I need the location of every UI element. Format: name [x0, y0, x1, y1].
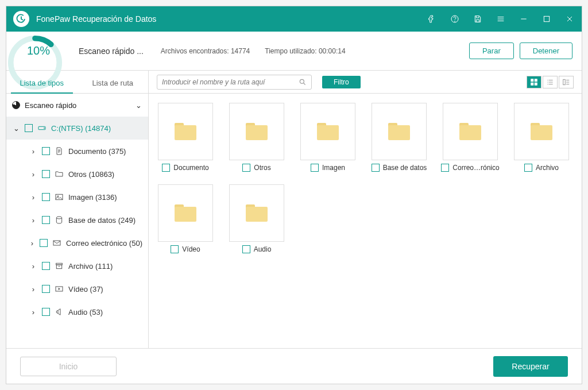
progress-percent: 10%: [16, 44, 61, 57]
grid-tile-video[interactable]: Vídeo: [158, 184, 213, 253]
tree-item-audio[interactable]: › Audio (53): [6, 300, 148, 323]
checkbox[interactable]: [171, 245, 179, 253]
menu-icon[interactable]: [496, 14, 506, 24]
svg-rect-17: [535, 83, 537, 85]
grid-tile-archivo[interactable]: Archivo: [514, 103, 569, 172]
tree-item-label: Documento (375): [68, 147, 126, 156]
checkbox[interactable]: [441, 164, 449, 172]
tree-item-label: Audio (53): [68, 308, 103, 316]
svg-rect-2: [544, 16, 549, 21]
maximize-icon[interactable]: [541, 14, 552, 24]
tree-item-archivo[interactable]: › Archivo (111): [6, 254, 148, 277]
grid-tile-basededatos[interactable]: Base de datos: [372, 103, 427, 172]
email-icon: [52, 238, 61, 248]
grid-tile-audio[interactable]: Audio: [229, 184, 284, 253]
folder-icon: [175, 123, 196, 140]
chevron-down-icon[interactable]: ⌄: [12, 124, 20, 133]
folder-icon: [388, 123, 410, 140]
search-input-wrapper[interactable]: [157, 75, 312, 90]
checkbox[interactable]: [162, 164, 170, 172]
pie-chart-icon: [12, 101, 20, 109]
filter-button[interactable]: Filtro: [322, 76, 361, 88]
tree-item-correo[interactable]: › Correo electrónico (50): [6, 231, 148, 254]
close-icon[interactable]: [564, 14, 575, 24]
checkbox[interactable]: [42, 193, 50, 201]
view-list-button[interactable]: [543, 76, 558, 88]
tree-drive-row[interactable]: ⌄ C:(NTFS) (14874): [6, 117, 148, 140]
tree-item-label: Correo electrónico (50): [66, 239, 142, 248]
chevron-right-icon[interactable]: ›: [29, 239, 35, 248]
grid-tile-correo[interactable]: Correo…rónico: [443, 103, 498, 172]
home-button[interactable]: Inicio: [20, 357, 117, 376]
archive-icon: [55, 261, 64, 271]
tree-item-label: Otros (10863): [68, 170, 114, 179]
drive-icon: [37, 123, 47, 133]
checkbox[interactable]: [311, 164, 319, 172]
checkbox[interactable]: [242, 164, 250, 172]
grid-tile-documento[interactable]: Documento: [158, 103, 213, 172]
chevron-right-icon[interactable]: ›: [29, 147, 37, 156]
stop-button[interactable]: Detener: [520, 43, 572, 59]
chevron-down-icon[interactable]: ⌄: [134, 101, 142, 110]
app-title: FonePaw Recuperación de Datos: [36, 14, 427, 24]
checkbox[interactable]: [42, 262, 50, 270]
feedback-icon[interactable]: [450, 14, 460, 24]
search-icon: [299, 78, 307, 86]
view-grid-button[interactable]: [527, 76, 541, 88]
folder-icon: [531, 123, 552, 140]
folder-icon: [55, 169, 64, 179]
tree-scan-header[interactable]: Escaneo rápido ⌄: [6, 94, 148, 117]
checkbox[interactable]: [42, 308, 50, 316]
chevron-right-icon[interactable]: ›: [29, 262, 37, 271]
tile-label: Vídeo: [182, 245, 200, 253]
checkbox[interactable]: [524, 164, 532, 172]
files-found-label: Archivos encontrados: 14774: [161, 47, 250, 55]
tree-drive-label: C:(NTFS) (14874): [51, 124, 111, 133]
pause-button[interactable]: Parar: [469, 43, 514, 59]
tab-type-list[interactable]: Lista de tipos: [6, 79, 78, 93]
tile-label: Documento: [173, 164, 208, 172]
tree-item-documento[interactable]: › Documento (375): [6, 140, 148, 163]
svg-point-5: [44, 128, 44, 128]
svg-rect-18: [563, 79, 566, 84]
tile-label: Archivo: [536, 164, 559, 172]
checkbox[interactable]: [25, 124, 33, 132]
tree-item-otros[interactable]: › Otros (10863): [6, 163, 148, 186]
grid-tile-otros[interactable]: Otros: [229, 103, 284, 172]
chevron-right-icon[interactable]: ›: [29, 193, 37, 202]
facebook-icon[interactable]: [427, 14, 437, 24]
chevron-right-icon[interactable]: ›: [29, 216, 37, 225]
svg-rect-16: [531, 83, 533, 85]
time-used-label: Tiempo utilizado: 00:00:14: [265, 47, 345, 55]
folder-icon: [175, 204, 196, 222]
svg-point-1: [455, 21, 455, 22]
view-detail-button[interactable]: [559, 76, 574, 88]
svg-point-8: [56, 217, 61, 219]
checkbox[interactable]: [42, 147, 50, 155]
tree-item-basededatos[interactable]: › Base de datos (249): [6, 208, 148, 231]
tree-item-video[interactable]: › Vídeo (37): [6, 277, 148, 300]
image-icon: [55, 192, 64, 202]
chevron-right-icon[interactable]: ›: [29, 308, 37, 316]
tab-path-list[interactable]: Lista de ruta: [78, 79, 149, 93]
folder-icon: [459, 123, 481, 140]
checkbox[interactable]: [242, 245, 250, 253]
checkbox[interactable]: [40, 239, 48, 247]
minimize-icon[interactable]: [519, 14, 529, 24]
checkbox[interactable]: [42, 170, 50, 178]
save-icon[interactable]: [473, 14, 483, 24]
scan-status-label: Escaneo rápido ...: [79, 47, 144, 56]
tile-label: Correo…rónico: [452, 164, 499, 172]
chevron-right-icon[interactable]: ›: [29, 285, 37, 294]
chevron-right-icon[interactable]: ›: [29, 170, 37, 179]
checkbox[interactable]: [372, 164, 380, 172]
tree-item-imagen[interactable]: › Imagen (3136): [6, 186, 148, 208]
checkbox[interactable]: [42, 285, 50, 293]
svg-rect-9: [53, 241, 60, 245]
recover-button[interactable]: Recuperar: [493, 356, 568, 377]
search-input[interactable]: [162, 78, 299, 86]
checkbox[interactable]: [42, 216, 50, 224]
grid-tile-imagen[interactable]: Imagen: [300, 103, 355, 172]
video-icon: [55, 284, 64, 294]
tree-item-label: Vídeo (37): [68, 285, 103, 294]
